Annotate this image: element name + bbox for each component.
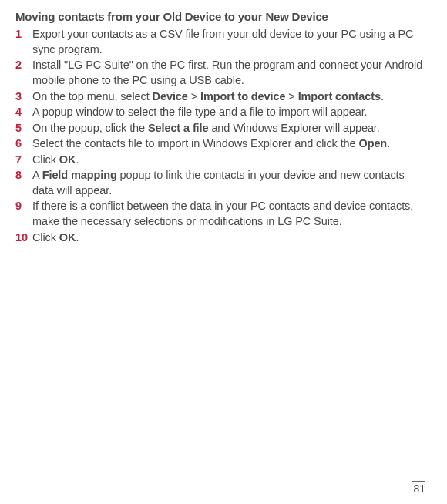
list-item: 5 On the popup, click the Select a file … <box>15 121 425 136</box>
step-text: On the top menu, select Device > Import … <box>32 89 425 105</box>
list-item: 4 A popup window to select the file type… <box>15 105 425 120</box>
step-text: A Field mapping popup to link the contac… <box>32 168 425 198</box>
steps-list: 1 Export your contacts as a CSV file fro… <box>15 27 425 245</box>
step-number: 5 <box>15 121 32 136</box>
list-item: 1 Export your contacts as a CSV file fro… <box>15 27 425 57</box>
list-item: 7 Click OK. <box>15 153 425 168</box>
step-number: 4 <box>15 105 32 120</box>
list-item: 10 Click OK. <box>15 230 425 246</box>
list-item: 6 Select the contacts file to import in … <box>15 136 425 152</box>
step-number: 3 <box>15 89 32 105</box>
step-text: On the popup, click the Select a file an… <box>32 121 425 136</box>
list-item: 2 Install "LG PC Suite" on the PC first.… <box>15 58 425 88</box>
step-number: 8 <box>15 168 32 183</box>
section-heading: Moving contacts from your Old Device to … <box>15 9 425 25</box>
step-number: 10 <box>15 230 32 246</box>
list-item: 3 On the top menu, select Device > Impor… <box>15 89 425 105</box>
step-text: Export your contacts as a CSV file from … <box>32 27 425 57</box>
step-text: If there is a conflict between the data … <box>32 199 425 229</box>
page-number: 81 <box>412 481 425 496</box>
list-item: 8 A Field mapping popup to link the cont… <box>15 168 425 198</box>
step-number: 7 <box>15 153 32 168</box>
step-number: 1 <box>15 27 32 42</box>
step-text: A popup window to select the file type a… <box>32 105 425 120</box>
step-text: Install "LG PC Suite" on the PC first. R… <box>32 58 425 88</box>
step-text: Click OK. <box>32 230 425 246</box>
step-text: Select the contacts file to import in Wi… <box>32 136 425 152</box>
step-number: 9 <box>15 199 32 214</box>
step-text: Click OK. <box>32 153 425 168</box>
list-item: 9 If there is a conflict between the dat… <box>15 199 425 229</box>
step-number: 2 <box>15 58 32 73</box>
step-number: 6 <box>15 136 32 152</box>
